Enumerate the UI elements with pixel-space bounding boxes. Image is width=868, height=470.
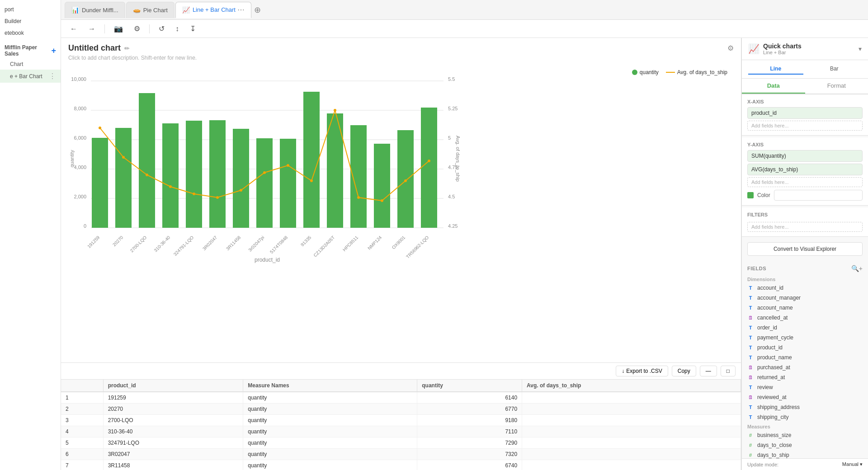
field-item-dimension[interactable]: Treview [742,382,868,392]
update-mode-label: Update mode: [747,462,778,467]
x-axis-select[interactable]: product_id [747,107,863,119]
sidebar-item-chart[interactable]: Chart [0,59,61,70]
field-item-dimension[interactable]: Taccount_id [742,283,868,293]
sidebar-item-line-bar[interactable]: e + Bar Chart ⋮ [0,70,61,83]
copy-btn[interactable]: Copy [672,366,696,376]
tab-dunder-icon: 📊 [71,6,79,14]
dimensions-label: Dimensions [742,275,868,283]
chart-description[interactable]: Click to add chart description. Shift-en… [61,55,741,65]
tab-line-bar[interactable]: 📈 Line + Bar Chart ⋯ [175,2,251,18]
fields-search-btn[interactable]: 🔍+ [851,265,863,272]
field-type-icon: 🗓 [747,315,754,320]
settings2-btn[interactable]: ⚙ [130,23,144,35]
svg-text:5.5: 5.5 [448,76,455,82]
refresh-btn[interactable]: ↺ [155,23,168,35]
qc-type-line[interactable]: Line [748,64,803,75]
update-mode-select[interactable]: Manual ▾ [842,461,863,467]
sidebar-item-report[interactable]: port [0,4,61,15]
field-item-dimension[interactable]: Tproduct_id [742,343,868,352]
field-item-dimension[interactable]: 🗓returned_at [742,372,868,382]
tab-more-btn[interactable]: ⋯ [237,5,245,14]
tab-pie-chart[interactable]: 🥧 Pie Chart [126,2,175,18]
filters-add-btn[interactable]: Add fields here... [747,222,863,232]
tab-format[interactable]: Format [805,79,868,94]
tab-pie-icon: 🥧 [133,6,141,14]
table-row: 1 191259 quantity 6140 [61,392,741,404]
screenshot-btn[interactable]: 📷 [110,23,127,35]
cell-avg [522,392,741,404]
y-axis-select-2[interactable]: AVG(days_to_ship) [747,164,863,175]
sidebar-item-notebook[interactable]: etebook [0,27,61,39]
filter-btn[interactable]: ↧ [186,23,199,35]
field-name: returned_at [757,374,785,381]
item-more-btn[interactable]: ⋮ [49,72,56,80]
forward-btn[interactable]: → [85,23,99,35]
field-item-dimension[interactable]: Tpayment_cycle [742,333,868,343]
legend-avg-ship: Avg. of days_to_ship [666,69,727,75]
sort-btn[interactable]: ↕ [172,23,183,35]
field-item-dimension[interactable]: Torder_id [742,323,868,333]
legend-avg-line [666,72,675,73]
field-item-dimension[interactable]: Tproduct_name [742,352,868,362]
minimize-btn[interactable]: — [700,366,717,376]
chart-title: Untitled chart [68,43,121,53]
dimensions-list: Taccount_idTaccount_managerTaccount_name… [742,283,868,422]
field-item-dimension[interactable]: 🗓cancelled_at [742,313,868,323]
tab-data[interactable]: Data [742,79,805,94]
svg-rect-22 [139,93,155,228]
field-name: product_name [757,354,792,361]
cell-product-id: 310-36-40 [103,426,243,437]
legend-quantity: quantity [632,69,659,75]
color-select[interactable] [774,190,863,201]
legend-quantity-dot [632,70,637,75]
chart-settings-btn[interactable]: ⚙ [727,44,734,52]
field-item-dimension[interactable]: 🗓reviewed_at [742,392,868,402]
svg-rect-28 [280,139,296,228]
field-item-dimension[interactable]: Tshipping_address [742,402,868,412]
field-item-dimension[interactable]: Taccount_manager [742,293,868,303]
cell-quantity: 9180 [417,415,522,426]
tab-dunder-label: Dunder Miffl... [82,7,118,14]
cell-quantity: 7320 [417,449,522,460]
export-csv-btn[interactable]: ↓ Export to .CSV [616,366,668,376]
y-axis-select-1[interactable]: SUM(quantity) [747,150,863,162]
legend-avg-label: Avg. of days_to_ship [677,69,727,75]
maximize-btn[interactable]: □ [721,366,736,376]
cell-quantity: 6140 [417,392,522,404]
field-item-measure[interactable]: #days_to_close [742,440,868,450]
field-item-measure[interactable]: #days_to_ship [742,450,868,458]
svg-point-37 [146,174,148,176]
sidebar-item-builder[interactable]: Builder [0,15,61,27]
svg-text:OX9001: OX9001 [391,235,406,250]
col-measure-names: Measure Names [243,380,417,392]
svg-point-45 [334,109,336,112]
color-swatch [747,192,754,198]
table-scroll[interactable]: product_id Measure Names quantity Avg. o… [61,380,741,470]
svg-rect-27 [256,138,273,228]
field-item-dimension[interactable]: Taccount_name [742,303,868,313]
edit-title-btn[interactable]: ✏ [124,45,130,52]
cell-product-id: 20270 [103,404,243,415]
back-btn[interactable]: ← [66,23,81,35]
new-tab-btn[interactable]: ⊕ [254,5,261,15]
tab-dunder-miffl[interactable]: 📊 Dunder Miffl... [65,2,125,18]
qc-expand-btn[interactable]: ▾ [859,45,862,52]
svg-text:5: 5 [448,135,451,141]
add-section-btn[interactable]: + [51,46,56,56]
cell-avg [522,404,741,415]
y-axis-add-btn[interactable]: Add fields here... [747,177,863,187]
field-type-icon: 🗓 [747,375,754,380]
qc-type-bar[interactable]: Bar [807,64,862,75]
field-item-dimension[interactable]: 🗓purchased_at [742,362,868,372]
x-axis-add-btn[interactable]: Add fields here... [747,121,863,131]
svg-text:0: 0 [84,223,86,229]
cell-quantity: 6770 [417,404,522,415]
field-item-measure[interactable]: #business_size [742,430,868,440]
convert-btn[interactable]: Convert to Visual Explorer [747,242,863,256]
cell-measure: quantity [243,460,417,470]
field-name: days_to_ship [757,452,789,458]
qc-subtitle: Line + Bar [763,50,802,55]
svg-text:quantity: quantity [69,150,75,167]
svg-text:product_id: product_id [255,257,280,263]
field-item-dimension[interactable]: Tshipping_city [742,412,868,422]
